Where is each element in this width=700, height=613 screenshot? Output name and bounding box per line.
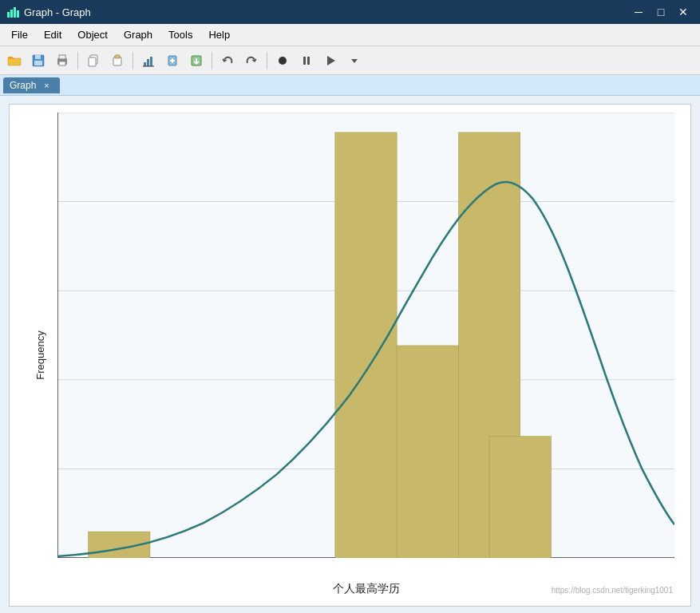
separator-1 — [77, 52, 78, 69]
window-title: Graph - Graph — [24, 6, 91, 18]
export-icon — [190, 54, 203, 67]
maximize-button[interactable]: □ — [651, 3, 671, 21]
bar-2 — [335, 132, 397, 558]
menu-help[interactable]: Help — [200, 26, 238, 44]
svg-rect-17 — [115, 55, 120, 58]
add-btn[interactable] — [161, 49, 184, 72]
menu-tools[interactable]: Tools — [160, 26, 200, 44]
menu-bar: File Edit Object Graph Tools Help — [0, 24, 700, 46]
graph-container: Frequency — [0, 96, 700, 613]
pause-icon — [300, 54, 313, 67]
redo-btn[interactable] — [240, 49, 263, 72]
play-icon — [324, 54, 337, 67]
copy-btn[interactable] — [82, 49, 105, 72]
print-icon — [56, 54, 69, 67]
barchart-icon — [142, 54, 155, 67]
undo-btn[interactable] — [216, 49, 239, 72]
svg-rect-12 — [59, 61, 65, 65]
separator-3 — [212, 52, 212, 69]
dropdown-icon — [350, 56, 359, 65]
separator-4 — [267, 52, 267, 69]
tab-label: Graph — [10, 80, 36, 91]
svg-rect-3 — [17, 10, 19, 18]
record-icon — [276, 54, 289, 67]
svg-rect-20 — [150, 57, 152, 66]
toolbar — [0, 46, 700, 75]
play-btn[interactable] — [319, 49, 342, 72]
open-folder-btn[interactable] — [3, 49, 26, 72]
paste-btn[interactable] — [106, 49, 129, 72]
export-btn[interactable] — [185, 49, 208, 72]
svg-rect-0 — [7, 12, 10, 18]
svg-rect-28 — [303, 57, 306, 65]
svg-rect-9 — [34, 61, 42, 65]
menu-edit[interactable]: Edit — [36, 26, 69, 44]
separator-2 — [132, 52, 133, 69]
svg-marker-31 — [351, 59, 358, 63]
redo-icon — [245, 54, 258, 67]
record-btn[interactable] — [271, 49, 294, 72]
svg-rect-11 — [59, 55, 65, 59]
svg-rect-6 — [8, 57, 13, 59]
tab-close-button[interactable]: × — [41, 80, 52, 91]
tab-bar: Graph × — [0, 75, 700, 96]
copy-icon — [87, 54, 100, 67]
bar-chart-btn[interactable] — [137, 49, 160, 72]
svg-rect-18 — [144, 62, 146, 66]
svg-rect-14 — [89, 57, 96, 66]
paste-icon — [111, 54, 124, 67]
y-axis-label: Frequency — [34, 330, 46, 379]
app-icon — [6, 6, 19, 18]
bar-5 — [489, 437, 551, 558]
dropdown-btn[interactable] — [343, 49, 366, 72]
svg-rect-2 — [14, 7, 16, 18]
svg-rect-19 — [147, 59, 149, 66]
minimize-button[interactable]: ─ — [628, 3, 649, 21]
svg-point-27 — [279, 57, 287, 65]
svg-rect-8 — [35, 55, 41, 59]
window-controls: ─ □ ✕ — [628, 3, 694, 21]
menu-object[interactable]: Object — [69, 26, 116, 44]
menu-file[interactable]: File — [3, 26, 36, 44]
svg-rect-29 — [307, 57, 310, 65]
watermark: https://blog.csdn.net/tigerking1001 — [552, 586, 673, 595]
add-icon — [166, 54, 179, 67]
svg-rect-5 — [8, 58, 21, 65]
save-btn[interactable] — [27, 49, 49, 72]
pause-btn[interactable] — [295, 49, 318, 72]
save-icon — [32, 54, 45, 67]
chart-svg: 0 5000 1.0e+04 1.5e+04 2.0e+04 -10 -5 0 … — [57, 113, 674, 558]
graph-tab[interactable]: Graph × — [3, 77, 60, 93]
title-bar: Graph - Graph ─ □ ✕ — [0, 0, 700, 24]
undo-icon — [221, 54, 234, 67]
menu-graph[interactable]: Graph — [116, 26, 160, 44]
bar-3 — [397, 346, 458, 558]
print-btn[interactable] — [51, 49, 73, 72]
title-bar-left: Graph - Graph — [6, 6, 91, 18]
svg-marker-30 — [327, 56, 335, 65]
content-area: Frequency — [0, 96, 700, 613]
open-icon — [7, 54, 22, 67]
graph-wrapper: Frequency — [9, 104, 691, 607]
svg-rect-1 — [10, 10, 13, 18]
close-button[interactable]: ✕ — [673, 3, 694, 21]
